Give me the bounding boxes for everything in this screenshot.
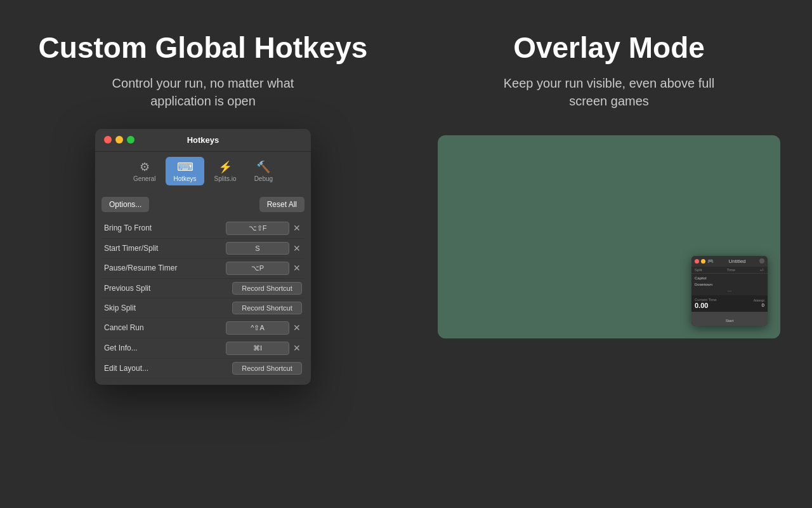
window-controls: [104, 136, 134, 144]
debug-label: Debug: [254, 175, 273, 182]
tab-splitsio[interactable]: ⚡ Splits.io: [207, 157, 244, 185]
toolbar: ⚙ General ⌨ Hotkeys ⚡ Splits.io 🔨 Debug: [95, 152, 311, 190]
clear-get-info[interactable]: ✕: [292, 344, 302, 352]
minimize-button[interactable]: [115, 136, 123, 144]
reset-button[interactable]: Reset All: [259, 197, 304, 212]
debug-icon: 🔨: [256, 160, 270, 174]
left-subtitle: Control your run, no matter whatapplicat…: [112, 74, 294, 110]
tab-hotkeys[interactable]: ⌨ Hotkeys: [166, 157, 204, 185]
mini-attempt-value: 0: [762, 302, 764, 308]
hotkey-label-start-timer: Start Timer/Split: [104, 244, 226, 253]
shortcut-start-timer[interactable]: S: [226, 242, 289, 255]
hotkey-label-pause: Pause/Resume Timer: [104, 264, 226, 272]
record-edit-layout[interactable]: Record Shortcut: [232, 362, 302, 375]
hotkey-binding-bring-to-front: ⌥⇧F ✕: [226, 222, 302, 235]
hotkeys-icon: ⌨: [177, 160, 193, 174]
mini-split-row-1: Downtown: [695, 281, 764, 288]
general-icon: ⚙: [140, 160, 150, 174]
hotkey-label-cancel-run: Cancel Run: [104, 323, 226, 332]
options-button[interactable]: Options...: [102, 197, 149, 212]
mini-splits: Capitol Downtown —: [691, 274, 768, 295]
shortcut-pause[interactable]: ⌥P: [226, 262, 289, 275]
hotkey-row-previous-split: Previous Split Record Shortcut: [102, 279, 304, 298]
left-title: Custom Global Hotkeys: [39, 32, 368, 64]
shortcut-get-info[interactable]: ⌘I: [226, 342, 289, 355]
mini-dash: —: [695, 288, 764, 294]
hotkeys-label: Hotkeys: [173, 175, 196, 182]
hotkey-binding-skip-split: Record Shortcut: [232, 302, 302, 314]
hotkey-row-start-timer: Start Timer/Split S ✕: [102, 239, 304, 258]
tab-debug[interactable]: 🔨 Debug: [247, 157, 280, 185]
hotkey-binding-previous-split: Record Shortcut: [232, 282, 302, 295]
right-subtitle: Keep your run visible, even above fullsc…: [504, 74, 714, 110]
hotkey-binding-get-info: ⌘I ✕: [226, 342, 302, 355]
hotkey-binding-cancel-run: ^⇧A ✕: [226, 321, 302, 335]
hotkey-row-edit-layout: Edit Layout... Record Shortcut: [102, 359, 304, 378]
left-panel: Custom Global Hotkeys Control your run, …: [0, 0, 406, 508]
right-panel: Overlay Mode Keep your run visible, even…: [406, 0, 812, 508]
mini-extra-col: +/-: [760, 268, 764, 272]
hotkey-label-previous-split: Previous Split: [104, 284, 232, 293]
window-titlebar: Hotkeys: [95, 129, 311, 152]
hotkey-row-skip-split: Skip Split Record Shortcut: [102, 298, 304, 318]
mini-current-time-label: Current Time: [695, 298, 717, 302]
mini-titlebar: 🎮 Untitled: [691, 256, 768, 267]
mini-start-bar[interactable]: Start: [691, 312, 768, 326]
hotkey-row-cancel-run: Cancel Run ^⇧A ✕: [102, 318, 304, 338]
clear-bring-to-front[interactable]: ✕: [292, 224, 302, 232]
mini-toggle[interactable]: [759, 258, 764, 264]
mini-title: Untitled: [717, 258, 757, 264]
hotkey-binding-pause: ⌥P ✕: [226, 262, 302, 275]
mini-start-label: Start: [726, 319, 734, 323]
hotkeys-window: Hotkeys ⚙ General ⌨ Hotkeys ⚡ Splits.io …: [95, 129, 311, 385]
mini-window: 🎮 Untitled Split Time +/- Capitol D: [691, 256, 768, 326]
record-previous-split[interactable]: Record Shortcut: [232, 282, 302, 295]
mini-split-name-1: Downtown: [695, 283, 712, 286]
clear-start-timer[interactable]: ✕: [292, 244, 302, 253]
options-bar: Options... Reset All: [102, 197, 304, 212]
mini-time-col: Time: [727, 268, 735, 272]
tab-general[interactable]: ⚙ General: [126, 157, 164, 185]
mini-footer: Current Time 0.00 Attempt 0: [691, 295, 768, 312]
right-title: Overlay Mode: [513, 32, 705, 64]
main-layout: Custom Global Hotkeys Control your run, …: [0, 0, 812, 508]
hotkey-label-edit-layout: Edit Layout...: [104, 364, 232, 373]
mini-split-row-0: Capitol: [695, 275, 764, 281]
hotkey-row-get-info: Get Info... ⌘I ✕: [102, 338, 304, 359]
window-content: Options... Reset All Bring To Front ⌥⇧F …: [95, 190, 311, 385]
mini-game-icon: 🎮: [707, 258, 714, 264]
mini-split-name-0: Capitol: [695, 276, 707, 280]
mini-split-col: Split: [695, 268, 702, 272]
record-skip-split[interactable]: Record Shortcut: [232, 302, 302, 314]
maximize-button[interactable]: [127, 136, 134, 144]
splitsio-label: Splits.io: [214, 175, 237, 182]
close-button[interactable]: [104, 136, 112, 144]
mini-timer-section: Current Time 0.00: [695, 298, 717, 309]
general-label: General: [133, 175, 156, 182]
shortcut-cancel-run[interactable]: ^⇧A: [226, 321, 289, 335]
clear-cancel-run[interactable]: ✕: [292, 323, 302, 332]
shortcut-bring-to-front[interactable]: ⌥⇧F: [226, 222, 289, 235]
overlay-preview: 🎮 Untitled Split Time +/- Capitol D: [438, 135, 780, 338]
hotkey-label-skip-split: Skip Split: [104, 304, 232, 312]
clear-pause[interactable]: ✕: [292, 264, 302, 272]
hotkey-row-pause: Pause/Resume Timer ⌥P ✕: [102, 258, 304, 279]
mini-header-row: Split Time +/-: [691, 267, 768, 274]
hotkey-binding-edit-layout: Record Shortcut: [232, 362, 302, 375]
mini-attempt-section: Attempt 0: [754, 298, 764, 308]
hotkey-row-bring-to-front: Bring To Front ⌥⇧F ✕: [102, 218, 304, 239]
window-title: Hotkeys: [187, 135, 219, 145]
mini-close[interactable]: [695, 259, 699, 264]
mini-minimize[interactable]: [701, 259, 705, 264]
mini-timer-value: 0.00: [695, 302, 717, 309]
hotkey-binding-start-timer: S ✕: [226, 242, 302, 255]
hotkey-label-get-info: Get Info...: [104, 344, 226, 352]
hotkey-label-bring-to-front: Bring To Front: [104, 224, 226, 232]
splitsio-icon: ⚡: [218, 160, 232, 174]
